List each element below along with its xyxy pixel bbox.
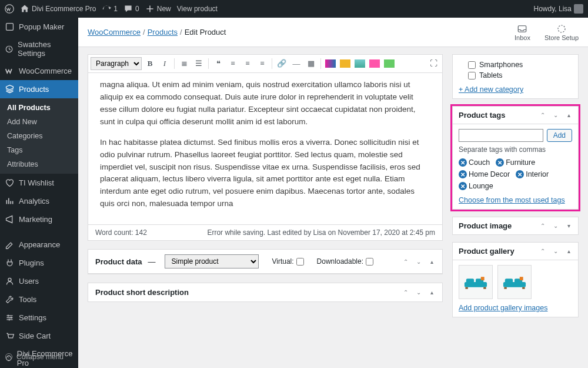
updates-link[interactable]: 1 [102,4,118,14]
sidebar-item-tools[interactable]: Tools [0,290,78,309]
move-up-icon[interactable]: ⌃ [402,258,409,265]
align-center-button[interactable]: ≡ [241,57,254,70]
product-type-select[interactable]: Simple product [165,254,259,268]
align-right-button[interactable]: ≡ [256,57,269,70]
add-tag-button[interactable]: Add [547,129,572,142]
toggle-icon[interactable]: ▴ [565,248,572,255]
remove-tag-icon[interactable]: ✕ [459,182,467,190]
categories-box: Smartphones Tablets + Add new category [452,54,579,99]
comments-link[interactable]: 0 [123,4,139,14]
add-gallery-link[interactable]: Add product gallery images [459,304,547,312]
sidebar-item-wishlist[interactable]: TI Wishlist [0,174,78,192]
sidebar-item-swatches[interactable]: Swatches Settings [0,36,78,62]
inbox-button[interactable]: Inbox [514,24,530,41]
image-box-title: Product image [459,221,512,230]
move-up-icon[interactable]: ⌃ [539,248,546,255]
submenu-add-new[interactable]: Add New [0,115,78,129]
svg-rect-17 [505,279,513,284]
tag-item: ✕Furniture [496,158,535,167]
remove-tag-icon[interactable]: ✕ [516,170,524,178]
gallery-thumb[interactable] [497,265,532,299]
swatch2-button[interactable] [339,57,352,70]
editor-textarea[interactable]: magna aliqua. Ut enim ad minim veniam, q… [88,73,442,224]
link-button[interactable]: 🔗 [275,57,288,70]
wp-logo[interactable] [5,4,14,14]
breadcrumb-current: Edit Product [185,28,226,37]
collapse-menu[interactable]: Collapse menu [0,349,78,364]
toggle-icon[interactable]: ▴ [565,112,572,119]
align-left-button[interactable]: ≡ [226,57,239,70]
choose-tags-link[interactable]: Choose from the most used tags [459,196,565,204]
move-down-icon[interactable]: ⌄ [552,112,559,119]
swatch-button[interactable] [324,57,337,70]
sidebar-item-side-cart[interactable]: Side Cart [0,327,78,345]
more-button[interactable]: — [290,57,303,70]
swatch3-button[interactable] [353,57,366,70]
tag-input[interactable] [459,129,543,142]
tags-title: Product tags [459,111,505,120]
sidebar-item-settings[interactable]: Settings [0,309,78,327]
sidebar-item-products[interactable]: Products [0,80,78,98]
move-down-icon[interactable]: ⌄ [415,258,422,265]
tags-list: ✕Couch ✕Furniture ✕Home Decor ✕Interior … [459,158,572,190]
move-up-icon[interactable]: ⌃ [402,289,409,296]
category-checkbox[interactable]: Tablets [459,70,572,81]
move-down-icon[interactable]: ⌄ [552,223,559,230]
swatch4-button[interactable] [368,57,381,70]
breadcrumb-woo[interactable]: WooCommerce [88,28,141,37]
admin-sidebar: Popup Maker Swatches Settings WooCommerc… [0,18,78,368]
move-up-icon[interactable]: ⌃ [539,223,546,230]
svg-rect-8 [519,25,527,32]
store-setup-button[interactable]: Store Setup [544,24,579,41]
virtual-checkbox[interactable]: Virtual: [272,257,303,266]
breadcrumb-products[interactable]: Products [148,28,178,37]
main-editor: Paragraph B I ≣ ☰ ❝ ≡ ≡ ≡ 🔗 — ▦ [88,54,443,241]
remove-tag-icon[interactable]: ✕ [496,158,504,167]
numbered-list-button[interactable]: ☰ [192,57,205,70]
product-gallery-box: Product gallery ⌃ ⌄ ▴ Add product galler… [452,242,579,317]
swatch5-button[interactable] [383,57,396,70]
view-product-link[interactable]: View product [177,5,218,13]
sidebar-item-appearance[interactable]: Appearance [0,236,78,254]
italic-button[interactable]: I [158,57,171,70]
new-content[interactable]: New [145,4,171,14]
quote-button[interactable]: ❝ [212,57,225,70]
tags-hint: Separate tags with commas [459,145,572,154]
category-checkbox[interactable]: Smartphones [459,59,572,70]
sidebar-item-popup-maker[interactable]: Popup Maker [0,18,78,36]
submenu-attributes[interactable]: Attributes [0,157,78,171]
sidebar-item-plugins[interactable]: Plugins [0,254,78,272]
gallery-thumb[interactable] [459,265,493,299]
add-category-link[interactable]: + Add new category [459,85,523,94]
svg-point-9 [558,25,565,32]
svg-rect-11 [466,279,474,284]
sidebar-item-woocommerce[interactable]: WooCommerce [0,62,78,80]
remove-tag-icon[interactable]: ✕ [459,170,467,178]
move-down-icon[interactable]: ⌄ [552,248,559,255]
sidebar-item-marketing[interactable]: Marketing [0,210,78,228]
remove-tag-icon[interactable]: ✕ [459,158,467,167]
site-link[interactable]: Divi Ecommerce Pro [20,4,96,14]
downloadable-checkbox[interactable]: Downloadable: [317,257,373,266]
toggle-icon[interactable]: ▴ [428,258,435,265]
move-down-icon[interactable]: ⌄ [415,289,422,296]
submenu-all-products[interactable]: All Products [0,101,78,115]
product-tags-box: Product tags ⌃ ⌄ ▴ Add Separate tags wit… [452,106,579,210]
howdy-account[interactable]: Howdy, Lisa [534,4,583,14]
sidebar-item-analytics[interactable]: Analytics [0,192,78,210]
save-status: Error while saving. Last edited by Lisa … [207,228,435,237]
format-select[interactable]: Paragraph [91,57,142,70]
move-up-icon[interactable]: ⌃ [539,112,546,119]
submenu-categories[interactable]: Categories [0,129,78,143]
toolbar-toggle-button[interactable]: ▦ [305,57,318,70]
fullscreen-button[interactable]: ⛶ [427,57,440,70]
sidebar-item-users[interactable]: Users [0,272,78,290]
bullet-list-button[interactable]: ≣ [178,57,191,70]
toggle-icon[interactable]: ▾ [565,223,572,230]
svg-rect-1 [6,24,14,31]
breadcrumb: WooCommerce/Products/Edit Product [88,28,226,37]
toggle-icon[interactable]: ▴ [428,289,435,296]
bold-button[interactable]: B [143,57,156,70]
submenu-tags[interactable]: Tags [0,143,78,157]
products-submenu: All Products Add New Categories Tags Att… [0,98,78,174]
